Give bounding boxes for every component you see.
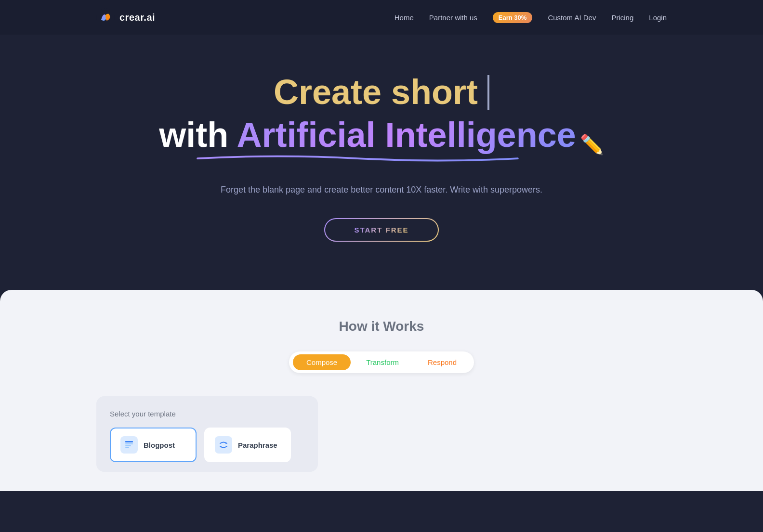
nav-custom-ai[interactable]: Custom AI Dev xyxy=(548,13,596,22)
navbar: crear.ai Home Partner with us Earn 30% C… xyxy=(0,0,763,35)
section-title: How it Works xyxy=(96,319,667,334)
paraphrase-svg-icon xyxy=(218,440,229,450)
hero-section: Create short with Artificial Intelligenc… xyxy=(0,35,763,290)
hero-title-line2-wrapper: with Artificial Intelligence✏️ xyxy=(159,115,604,156)
hero-cursor xyxy=(487,75,489,110)
underline-decoration xyxy=(197,153,518,164)
nav-links: Home Partner with us Earn 30% Custom AI … xyxy=(395,12,667,23)
nav-earn-badge[interactable]: Earn 30% xyxy=(493,12,533,23)
hero-title-line1: Create short xyxy=(274,73,478,111)
logo[interactable]: crear.ai xyxy=(96,8,155,26)
svg-rect-1 xyxy=(125,441,133,442)
template-section: Select your template Blogpost xyxy=(96,396,318,472)
blogpost-svg-icon xyxy=(124,440,134,450)
nav-pricing[interactable]: Pricing xyxy=(611,13,633,22)
start-free-button[interactable]: START FREE xyxy=(324,218,438,242)
logo-icon xyxy=(96,8,115,26)
nav-home[interactable]: Home xyxy=(395,13,414,22)
blogpost-label: Blogpost xyxy=(144,441,175,449)
tab-transform[interactable]: Transform xyxy=(353,354,412,370)
hero-title-container: Create short with Artificial Intelligenc… xyxy=(159,73,604,156)
paraphrase-label: Paraphrase xyxy=(238,441,277,449)
nav-login[interactable]: Login xyxy=(649,13,667,22)
svg-rect-4 xyxy=(125,447,129,448)
svg-rect-3 xyxy=(125,445,131,446)
how-it-works-section: How it Works Compose Transform Respond S… xyxy=(0,290,763,491)
nav-partner[interactable]: Partner with us xyxy=(429,13,477,22)
blogpost-icon xyxy=(120,436,138,454)
tab-respond[interactable]: Respond xyxy=(414,354,470,370)
template-paraphrase[interactable]: Paraphrase xyxy=(204,428,291,462)
tab-compose[interactable]: Compose xyxy=(293,354,351,370)
pencil-icon: ✏️ xyxy=(580,134,604,155)
hero-subtitle: Forget the blank page and create better … xyxy=(221,185,542,195)
tabs-pill: Compose Transform Respond xyxy=(289,351,474,373)
template-select-label: Select your template xyxy=(110,410,304,418)
template-blogpost[interactable]: Blogpost xyxy=(110,428,197,462)
hero-title-line2-prefix: with xyxy=(159,116,237,154)
start-free-label: START FREE xyxy=(354,226,408,234)
svg-rect-2 xyxy=(125,443,133,444)
tabs-container: Compose Transform Respond xyxy=(96,351,667,373)
logo-text: crear.ai xyxy=(119,12,155,23)
paraphrase-icon xyxy=(215,436,232,454)
hero-title-line2-highlight: Artificial Intelligence xyxy=(237,116,576,154)
start-free-button-bg: START FREE xyxy=(325,219,437,241)
template-cards: Blogpost Paraphrase xyxy=(110,428,304,462)
